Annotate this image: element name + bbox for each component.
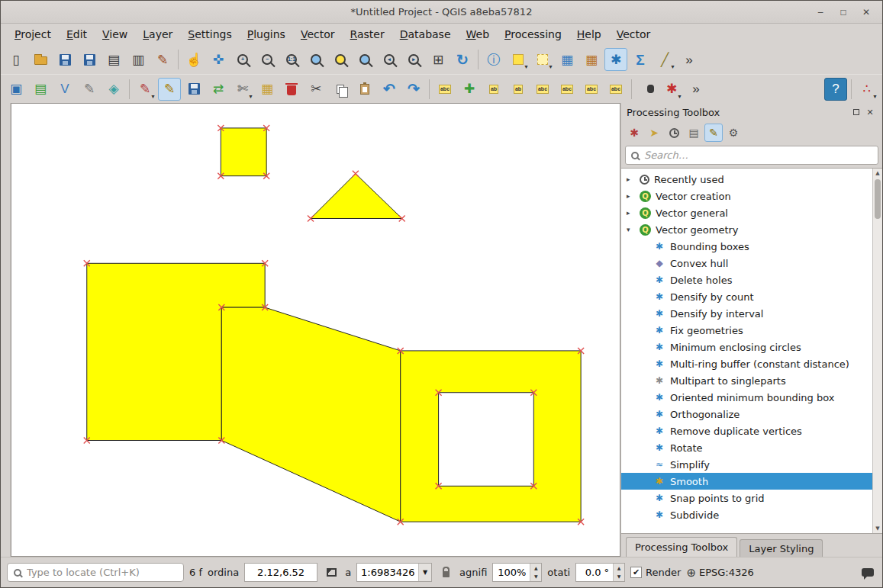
- tree-item-smooth[interactable]: ✱Smooth: [621, 473, 882, 490]
- models-button[interactable]: ✱: [625, 124, 643, 142]
- toolbar-overflow-2-button[interactable]: »: [685, 78, 707, 101]
- toolbox-search-box[interactable]: [625, 146, 878, 165]
- dropdown-arrow-icon[interactable]: ▼: [677, 94, 682, 99]
- spin-buttons[interactable]: ▲▼: [613, 564, 624, 581]
- magnifier-spinbox[interactable]: ▲▼: [492, 563, 542, 582]
- new-geopackage-layer-button[interactable]: ◈: [102, 78, 125, 101]
- spin-up-icon[interactable]: ▲: [614, 564, 624, 572]
- delete-selected-button[interactable]: [280, 78, 303, 101]
- tree-item-orthogonalize[interactable]: ✱Orthogonalize: [621, 406, 872, 423]
- dropdown-arrow-icon[interactable]: ▼: [670, 64, 675, 69]
- menu-item-edit[interactable]: Edit: [59, 26, 95, 43]
- field-calculator-button[interactable]: ▦: [580, 48, 603, 71]
- measure-button[interactable]: ╱▼: [653, 48, 676, 71]
- tree-item-bounding-boxes[interactable]: ✱Bounding boxes: [621, 238, 872, 255]
- pin-labels-button[interactable]: ab: [507, 78, 530, 101]
- rotation-input[interactable]: [576, 564, 613, 581]
- extents-toggle-button[interactable]: [323, 563, 340, 583]
- add-vector-layer-button[interactable]: ▤: [29, 78, 52, 101]
- new-print-layout-button[interactable]: ▤: [102, 48, 125, 71]
- zoom-in-button[interactable]: +: [231, 48, 254, 71]
- close-panel-button[interactable]: ✕: [863, 105, 877, 119]
- menu-item-view[interactable]: View: [95, 26, 135, 43]
- zoom-native-button[interactable]: 1:1: [280, 48, 303, 71]
- new-virtual-layer-button[interactable]: V: [53, 78, 76, 101]
- dropdown-arrow-icon[interactable]: ▼: [548, 64, 553, 69]
- highlight-pinned-labels-button[interactable]: ab: [482, 78, 505, 101]
- tree-item-convex-hull[interactable]: ◆Convex hull: [621, 255, 872, 272]
- copy-features-button[interactable]: [329, 78, 352, 101]
- tree-item-vector-general[interactable]: ▸QVector general: [621, 204, 872, 221]
- dropdown-arrow-icon[interactable]: ▼: [248, 94, 253, 99]
- menu-item-vector[interactable]: Vector: [609, 26, 659, 43]
- pan-map-button[interactable]: ☝: [182, 48, 205, 71]
- undo-button[interactable]: ↶: [378, 78, 401, 101]
- new-shapefile-layer-button[interactable]: ✎: [78, 78, 101, 101]
- expand-arrow-icon[interactable]: ▸: [627, 175, 635, 183]
- maximize-button[interactable]: □: [833, 5, 853, 20]
- dropdown-arrow-icon[interactable]: ▼: [150, 94, 156, 99]
- zoom-to-selection-button[interactable]: [329, 48, 352, 71]
- tree-item-simplify[interactable]: ≈Simplify: [621, 456, 872, 473]
- help-button[interactable]: ?: [824, 78, 847, 101]
- zoom-last-button[interactable]: ◂: [378, 48, 401, 71]
- refresh-button[interactable]: ↻: [451, 48, 474, 71]
- show-layout-manager-button[interactable]: ▥: [127, 48, 150, 71]
- spin-up-icon[interactable]: ▲: [530, 564, 541, 572]
- float-panel-button[interactable]: [849, 105, 863, 119]
- statistical-summary-button[interactable]: Σ: [629, 48, 652, 71]
- square-feature[interactable]: [221, 128, 266, 176]
- tree-item-remove-duplicate-vertices[interactable]: ✱Remove duplicate vertices: [621, 423, 872, 439]
- locate-box[interactable]: [7, 563, 184, 582]
- layer-diagram-button[interactable]: ✚: [458, 78, 481, 101]
- tree-item-delete-holes[interactable]: ✱Delete holes: [621, 272, 872, 288]
- tree-item-multipart-to-singleparts[interactable]: ✱Multipart to singleparts: [621, 372, 872, 389]
- data-source-manager-button[interactable]: ▣: [5, 78, 27, 101]
- scale-combo[interactable]: ▼: [356, 563, 432, 582]
- current-edits-button[interactable]: ✎▼: [134, 78, 156, 101]
- menu-item-help[interactable]: Help: [569, 26, 609, 43]
- multi-edit-attributes-button[interactable]: ▦: [256, 78, 279, 101]
- scroll-up-icon[interactable]: ▲: [873, 169, 882, 178]
- scripts-button[interactable]: ➤: [645, 124, 663, 142]
- rotation-spinbox[interactable]: ▲▼: [575, 563, 625, 582]
- triangle-feature[interactable]: [311, 174, 402, 219]
- options-button[interactable]: ⚙: [724, 124, 743, 142]
- messages-button[interactable]: [859, 563, 876, 583]
- band-polygon-feature[interactable]: [221, 307, 400, 522]
- zoom-to-layer-button[interactable]: [353, 48, 376, 71]
- style-manager-button[interactable]: ✎: [151, 48, 174, 71]
- tree-item-densify-by-count[interactable]: ✱Densify by count: [621, 288, 872, 305]
- tree-item-vector-creation[interactable]: ▸QVector creation: [621, 188, 872, 204]
- toggle-editing-button[interactable]: ✎: [158, 78, 181, 101]
- deselect-features-button[interactable]: ▼: [531, 48, 554, 71]
- spin-down-icon[interactable]: ▼: [614, 572, 624, 580]
- show-hide-labels-button[interactable]: abc: [531, 78, 554, 101]
- tree-scrollbar[interactable]: ▲ ▼: [872, 169, 882, 533]
- tree-item-recently-used[interactable]: ▸Recently used: [621, 171, 872, 188]
- expand-arrow-icon[interactable]: ▸: [627, 192, 635, 200]
- results-viewer-button[interactable]: ▤: [685, 124, 703, 142]
- menu-item-web[interactable]: Web: [459, 26, 498, 43]
- menu-item-plugins[interactable]: Plugins: [240, 26, 293, 43]
- open-attribute-table-button[interactable]: ▦: [556, 48, 578, 71]
- tree-item-multi-ring-buffer-constant-distance[interactable]: ✱Multi-ring buffer (constant distance): [621, 355, 872, 372]
- move-feature-button[interactable]: ⇄: [207, 78, 230, 101]
- change-label-button[interactable]: abc: [604, 78, 627, 101]
- tree-item-subdivide[interactable]: ✱Subdivide: [621, 506, 872, 523]
- menu-item-vector[interactable]: Vector: [293, 26, 343, 43]
- spin-buttons[interactable]: ▲▼: [530, 564, 541, 581]
- spin-down-icon[interactable]: ▼: [530, 572, 541, 580]
- paste-features-button[interactable]: [353, 78, 376, 101]
- open-project-button[interactable]: [29, 48, 52, 71]
- tree-item-vector-geometry[interactable]: ▾QVector geometry: [621, 221, 872, 238]
- tree-item-oriented-minimum-bounding-box[interactable]: ✱Oriented minimum bounding box: [621, 389, 872, 406]
- render-checkbox[interactable]: ✔ Render: [630, 567, 681, 578]
- save-layer-edits-button[interactable]: [182, 78, 205, 101]
- menu-item-project[interactable]: Project: [7, 26, 59, 43]
- minimize-button[interactable]: –: [810, 5, 830, 20]
- zoom-out-button[interactable]: −: [256, 48, 279, 71]
- rotate-label-button[interactable]: abc: [580, 78, 603, 101]
- layer-labeling-button[interactable]: abc: [433, 78, 456, 101]
- redo-button[interactable]: ↷: [402, 78, 425, 101]
